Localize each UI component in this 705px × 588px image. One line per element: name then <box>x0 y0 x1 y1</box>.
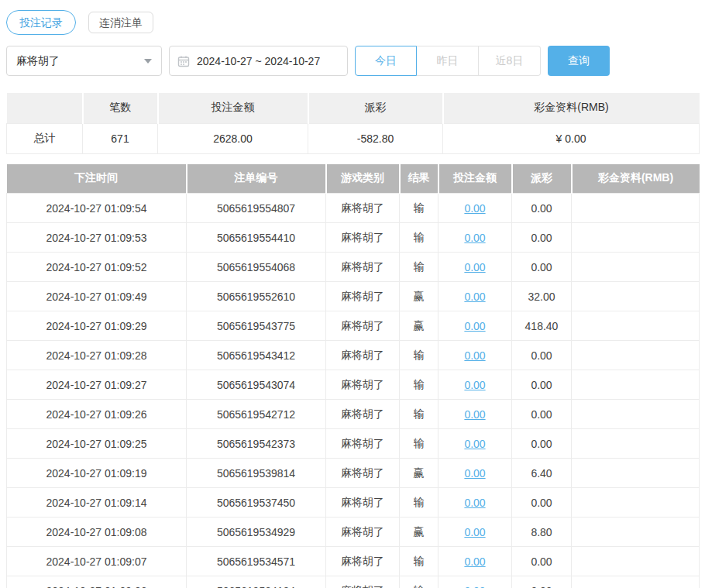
bonus-cell <box>572 194 700 223</box>
calendar-icon <box>177 55 190 67</box>
bet-amount-link[interactable]: 0.00 <box>464 585 485 588</box>
bet-amount-link[interactable]: 0.00 <box>464 438 485 450</box>
game-type-cell: 麻将胡了 <box>326 311 400 341</box>
table-row: 2024-10-27 01:09:535065619554410麻将胡了输0.0… <box>7 223 700 253</box>
bet-amount-cell: 0.00 <box>438 547 512 576</box>
bonus-cell <box>572 400 700 429</box>
bet-amount-link[interactable]: 0.00 <box>464 349 485 362</box>
payout-cell: 0.00 <box>512 223 572 253</box>
payout-cell: 0.00 <box>512 429 572 459</box>
bet-amount-link[interactable]: 0.00 <box>464 526 485 538</box>
game-type-cell: 麻将胡了 <box>326 488 400 518</box>
header-game-type: 游戏类别 <box>326 164 400 194</box>
summary-header-row: 笔数 投注金额 派彩 彩金资料(RMB) <box>7 93 700 123</box>
query-button[interactable]: 查询 <box>548 46 610 76</box>
bet-table: 下注时间 注单编号 游戏类别 结果 投注金额 派彩 彩金资料(RMB) 2024… <box>6 164 700 588</box>
summary-header-count: 笔数 <box>83 93 158 123</box>
order-id-cell: 5065619543775 <box>187 311 326 341</box>
bet-amount-link[interactable]: 0.00 <box>464 261 485 273</box>
table-row: 2024-10-27 01:09:195065619539814麻将胡了赢0.0… <box>7 459 700 488</box>
tab-bet-records[interactable]: 投注记录 <box>6 10 76 36</box>
bet-amount-cell: 0.00 <box>438 459 512 488</box>
result-cell: 输 <box>400 194 438 223</box>
header-payout: 派彩 <box>512 164 572 194</box>
bonus-cell <box>572 518 700 547</box>
game-type-cell: 麻将胡了 <box>326 282 400 311</box>
bonus-cell <box>572 459 700 488</box>
bet-time-cell: 2024-10-27 01:09:08 <box>7 518 187 547</box>
last-8-days-button[interactable]: 近8日 <box>479 46 541 76</box>
filter-bar: 麻将胡了 2024-10-27 ~ 2024-10-27 今日 昨日 近8日 查… <box>6 46 699 76</box>
summary-table: 笔数 投注金额 派彩 彩金资料(RMB) 总计 671 2628.00 -582… <box>6 93 700 154</box>
bet-time-cell: 2024-10-27 01:09:52 <box>7 253 187 282</box>
bet-time-cell: 2024-10-27 01:09:53 <box>7 223 187 253</box>
order-id-cell: 5065619534929 <box>187 518 326 547</box>
yesterday-button[interactable]: 昨日 <box>417 46 479 76</box>
payout-cell: 0.00 <box>512 253 572 282</box>
bet-amount-link[interactable]: 0.00 <box>464 291 485 303</box>
result-cell: 赢 <box>400 459 438 488</box>
top-tabs: 投注记录 连消注单 <box>6 8 699 37</box>
date-range-input[interactable]: 2024-10-27 ~ 2024-10-27 <box>169 46 348 76</box>
payout-cell: 0.00 <box>512 488 572 518</box>
payout-cell: 0.00 <box>512 370 572 400</box>
bet-amount-link[interactable]: 0.00 <box>464 320 485 332</box>
bonus-cell <box>572 576 700 588</box>
order-id-cell: 5065619552610 <box>187 282 326 311</box>
bet-amount-link[interactable]: 0.00 <box>464 379 485 391</box>
bonus-cell <box>572 488 700 518</box>
bet-time-cell: 2024-10-27 01:09:49 <box>7 282 187 311</box>
order-id-cell: 5065619543412 <box>187 341 326 370</box>
bet-amount-link[interactable]: 0.00 <box>464 467 485 480</box>
table-row: 2024-10-27 01:09:285065619543412麻将胡了输0.0… <box>7 341 700 370</box>
table-row: 2024-10-27 01:09:545065619554807麻将胡了输0.0… <box>7 194 700 223</box>
order-id-cell: 5065619543074 <box>187 370 326 400</box>
order-id-cell: 5065619554068 <box>187 253 326 282</box>
bet-amount-link[interactable]: 0.00 <box>464 202 485 215</box>
table-row: 2024-10-27 01:09:495065619552610麻将胡了赢0.0… <box>7 282 700 311</box>
payout-cell: 0.00 <box>512 576 572 588</box>
order-id-cell: 5065619542712 <box>187 400 326 429</box>
game-select[interactable]: 麻将胡了 <box>6 46 162 76</box>
table-row: 2024-10-27 01:09:525065619554068麻将胡了输0.0… <box>7 253 700 282</box>
date-range-value: 2024-10-27 ~ 2024-10-27 <box>197 55 320 67</box>
bet-amount-link[interactable]: 0.00 <box>464 497 485 509</box>
payout-cell: 0.00 <box>512 400 572 429</box>
bet-amount-link[interactable]: 0.00 <box>464 555 485 568</box>
result-cell: 输 <box>400 547 438 576</box>
payout-cell: 8.80 <box>512 518 572 547</box>
result-cell: 赢 <box>400 282 438 311</box>
bet-time-cell: 2024-10-27 01:09:14 <box>7 488 187 518</box>
table-row: 2024-10-27 01:09:295065619543775麻将胡了赢0.0… <box>7 311 700 341</box>
bet-time-cell: 2024-10-27 01:09:07 <box>7 547 187 576</box>
summary-total-bet-amount: 2628.00 <box>158 123 308 153</box>
bet-amount-link[interactable]: 0.00 <box>464 408 485 421</box>
payout-cell: 0.00 <box>512 194 572 223</box>
bet-time-cell: 2024-10-27 01:09:29 <box>7 311 187 341</box>
bet-amount-cell: 0.00 <box>438 488 512 518</box>
header-bonus: 彩金资料(RMB) <box>572 164 700 194</box>
table-row: 2024-10-27 01:09:075065619534571麻将胡了输0.0… <box>7 547 700 576</box>
bet-time-cell: 2024-10-27 01:09:26 <box>7 400 187 429</box>
bet-amount-cell: 0.00 <box>438 429 512 459</box>
order-id-cell: 5065619539814 <box>187 459 326 488</box>
table-row: 2024-10-27 01:09:275065619543074麻将胡了输0.0… <box>7 370 700 400</box>
table-row: 2024-10-27 01:09:145065619537450麻将胡了输0.0… <box>7 488 700 518</box>
payout-cell: 0.00 <box>512 547 572 576</box>
summary-total-count: 671 <box>83 123 158 153</box>
today-button[interactable]: 今日 <box>355 46 417 76</box>
bonus-cell <box>572 547 700 576</box>
game-type-cell: 麻将胡了 <box>326 341 400 370</box>
summary-total-payout: -582.80 <box>308 123 443 153</box>
quick-date-button-group: 今日 昨日 近8日 <box>355 46 541 76</box>
bet-time-cell: 2024-10-27 01:09:27 <box>7 370 187 400</box>
tab-cancelled-bets[interactable]: 连消注单 <box>88 12 153 34</box>
result-cell: 输 <box>400 576 438 588</box>
bonus-cell <box>572 370 700 400</box>
bet-time-cell: 2024-10-27 01:09:54 <box>7 194 187 223</box>
header-bet-amount: 投注金额 <box>438 164 512 194</box>
result-cell: 赢 <box>400 518 438 547</box>
payout-cell: 418.40 <box>512 311 572 341</box>
summary-total-row: 总计 671 2628.00 -582.80 ¥ 0.00 <box>7 123 700 153</box>
bet-amount-link[interactable]: 0.00 <box>464 232 485 244</box>
